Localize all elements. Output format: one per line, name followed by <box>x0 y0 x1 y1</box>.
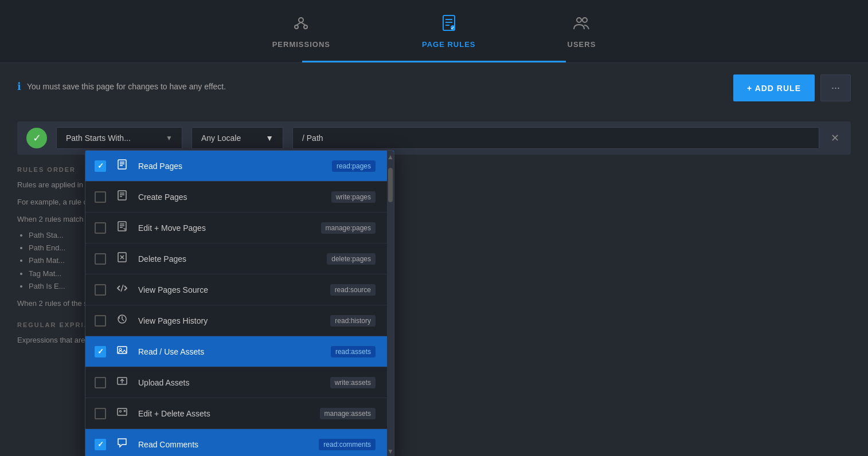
nav-permissions[interactable]: PERMISSIONS <box>226 14 376 49</box>
scroll-up-arrow[interactable]: ▲ <box>387 151 394 163</box>
read-comments-icon <box>115 437 129 451</box>
edit-move-pages-label: Edit + Move Pages <box>138 223 312 233</box>
view-source-badge: read:source <box>330 284 376 296</box>
dropdown-item-view-source[interactable]: View Pages Source read:source <box>85 274 394 305</box>
delete-pages-icon <box>115 251 129 266</box>
read-assets-label: Read / Use Assets <box>138 347 322 356</box>
checkbox-view-history[interactable] <box>95 315 106 327</box>
checkbox-upload-assets[interactable] <box>95 377 106 388</box>
view-history-badge: read:history <box>330 315 376 327</box>
rule-type-select[interactable]: Path Starts With... ▼ <box>56 127 182 149</box>
checkbox-read-assets[interactable] <box>95 346 106 357</box>
dropdown-scrollbar[interactable]: ▲ ▼ <box>387 151 394 456</box>
rule-locale-label: Any Locale <box>201 133 241 143</box>
dropdown-item-upload-assets[interactable]: Upload Assets write:assets <box>85 367 394 398</box>
main-content: ℹ You must save this page for changes to… <box>0 63 868 456</box>
permissions-label: PERMISSIONS <box>272 40 330 49</box>
checkbox-edit-move-pages[interactable] <box>95 222 106 234</box>
svg-point-11 <box>577 18 581 22</box>
create-pages-label: Create Pages <box>138 192 322 202</box>
create-pages-badge: write:pages <box>331 191 376 203</box>
checkbox-read-pages[interactable] <box>95 160 106 172</box>
svg-line-28 <box>121 285 123 292</box>
dropdown-item-read-comments[interactable]: Read Comments read:comments <box>85 429 394 456</box>
page-rules-icon: ✓ <box>440 14 458 36</box>
dropdown-item-edit-delete-assets[interactable]: Edit + Delete Assets manage:assets <box>85 398 394 429</box>
upload-assets-label: Upload Assets <box>138 378 321 387</box>
read-pages-icon <box>115 159 129 173</box>
info-bar: ℹ You must save this page for changes to… <box>17 74 851 99</box>
svg-line-3 <box>296 22 301 25</box>
permissions-dropdown: Read Pages read:pages Create Pages write… <box>85 150 394 456</box>
svg-point-0 <box>299 18 303 22</box>
upload-assets-badge: write:assets <box>330 377 376 388</box>
chevron-down-icon: ▼ <box>166 134 173 142</box>
rule-close-button[interactable]: ✕ <box>828 129 842 147</box>
permissions-icon <box>292 14 310 36</box>
svg-rect-17 <box>118 191 126 200</box>
edit-delete-assets-badge: manage:assets <box>320 408 376 419</box>
delete-pages-badge: delete:pages <box>327 253 376 265</box>
create-pages-icon <box>115 190 129 204</box>
edit-move-pages-badge: manage:pages <box>321 222 376 234</box>
rule-path-input[interactable] <box>292 127 819 149</box>
edit-move-pages-icon <box>115 221 129 235</box>
scroll-thumb[interactable] <box>388 168 393 202</box>
rule-locale-select[interactable]: Any Locale ▼ <box>191 127 283 149</box>
nav-users[interactable]: USERS <box>522 14 642 49</box>
view-history-label: View Pages History <box>138 316 321 325</box>
edit-delete-assets-icon <box>115 406 129 420</box>
read-assets-icon <box>115 344 129 359</box>
dropdown-item-read-assets[interactable]: Read / Use Assets read:assets <box>85 336 394 367</box>
read-comments-label: Read Comments <box>138 440 310 449</box>
upload-assets-icon <box>115 375 129 390</box>
dropdown-item-edit-move-pages[interactable]: Edit + Move Pages manage:pages <box>85 213 394 243</box>
svg-line-4 <box>301 22 306 25</box>
dropdown-item-create-pages[interactable]: Create Pages write:pages <box>85 182 394 213</box>
toolbar: + ADD RULE ··· <box>733 74 851 101</box>
dropdown-item-view-history[interactable]: View Pages History read:history <box>85 305 394 336</box>
checkbox-view-source[interactable] <box>95 284 106 296</box>
active-indicator <box>305 61 563 62</box>
svg-point-2 <box>304 25 307 29</box>
view-source-label: View Pages Source <box>138 285 321 294</box>
svg-rect-13 <box>118 160 126 169</box>
scroll-down-arrow[interactable]: ▼ <box>387 445 394 456</box>
locale-chevron-icon: ▼ <box>265 133 273 143</box>
delete-pages-label: Delete Pages <box>138 254 318 264</box>
read-comments-badge: read:comments <box>319 439 376 450</box>
more-button[interactable]: ··· <box>820 74 851 101</box>
edit-delete-assets-label: Edit + Delete Assets <box>138 409 311 418</box>
users-icon <box>573 14 590 36</box>
svg-point-1 <box>295 25 298 29</box>
users-label: USERS <box>568 40 596 49</box>
top-navigation: PERMISSIONS ✓ PAGE RULES USERS <box>0 0 868 63</box>
read-pages-badge: read:pages <box>332 160 376 172</box>
info-icon: ℹ <box>17 80 21 93</box>
svg-text:✓: ✓ <box>451 26 455 31</box>
read-assets-badge: read:assets <box>331 346 376 357</box>
svg-point-35 <box>120 411 122 412</box>
checkbox-edit-delete-assets[interactable] <box>95 408 106 419</box>
dropdown-item-delete-pages[interactable]: Delete Pages delete:pages <box>85 243 394 274</box>
add-rule-button[interactable]: + ADD RULE <box>733 74 815 101</box>
dropdown-item-read-pages[interactable]: Read Pages read:pages <box>85 151 394 182</box>
nav-page-rules[interactable]: ✓ PAGE RULES <box>376 14 522 49</box>
checkbox-delete-pages[interactable] <box>95 253 106 265</box>
info-text: You must save this page for changes to h… <box>27 82 226 91</box>
checkbox-read-comments[interactable] <box>95 439 106 450</box>
page-rules-label: PAGE RULES <box>422 40 476 49</box>
view-history-icon <box>115 313 129 328</box>
svg-point-12 <box>582 18 587 22</box>
rule-toggle[interactable]: ✓ <box>26 128 47 148</box>
checkbox-create-pages[interactable] <box>95 191 106 203</box>
view-source-icon <box>115 282 129 297</box>
read-pages-label: Read Pages <box>138 162 323 171</box>
rule-type-label: Path Starts With... <box>66 133 131 143</box>
